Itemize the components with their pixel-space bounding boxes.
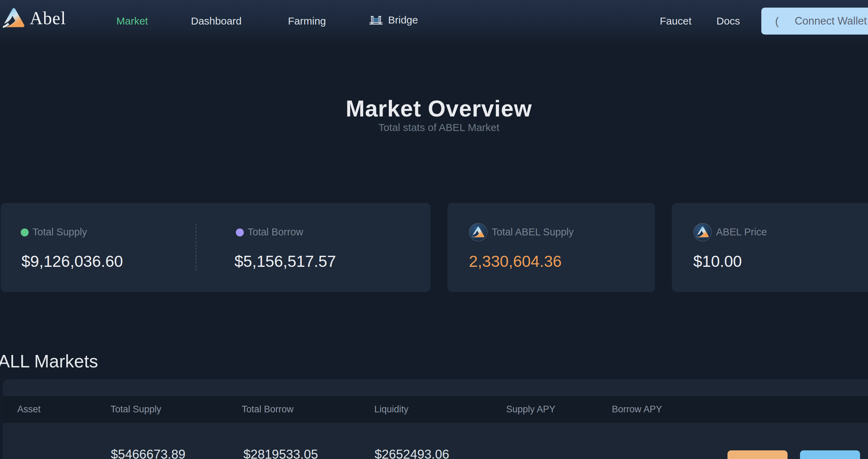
brand-name: Abel (30, 8, 66, 28)
row-total-borrow-value: $2819533.05 (243, 447, 318, 459)
nav-docs[interactable]: Docs (716, 15, 740, 27)
column-header-liquidity: Liquidity (374, 404, 408, 415)
row-action-blue-button[interactable] (800, 450, 860, 459)
page-title: Market Overview (5, 95, 868, 122)
nav-bridge[interactable]: Bridge (369, 14, 418, 26)
card-divider (196, 224, 196, 271)
total-supply-value: $9,126,036.60 (21, 252, 123, 271)
column-header-borrow-apy: Borrow APY (612, 404, 662, 415)
table-header-row: Asset Total Supply Total Borrow Liquidit… (3, 396, 868, 423)
supply-borrow-card: Total Supply $9,126,036.60 Total Borrow … (1, 203, 431, 292)
abel-logo-icon (3, 7, 25, 29)
abel-market-page: Abel Market Dashboard Farming Bridge Fau… (0, 0, 868, 459)
total-borrow-label: Total Borrow (248, 226, 303, 238)
abel-price-label: ABEL Price (716, 226, 767, 238)
nav-dashboard[interactable]: Dashboard (191, 15, 242, 27)
navbar: Abel Market Dashboard Farming Bridge Fau… (0, 0, 868, 45)
green-dot-icon (21, 228, 29, 236)
abel-coin-icon (693, 223, 712, 242)
column-header-total-supply: Total Supply (110, 404, 161, 415)
column-header-total-borrow: Total Borrow (242, 404, 293, 415)
row-total-supply-value: $5466673.89 (111, 447, 185, 459)
wallet-loader-icon: ( (775, 15, 779, 28)
abel-price-value: $10.00 (693, 252, 742, 271)
nav-market[interactable]: Market (116, 15, 148, 27)
bridge-icon (369, 14, 383, 26)
column-header-asset: Asset (17, 404, 41, 415)
all-markets-heading: ALL Markets (0, 351, 98, 372)
purple-dot-icon (236, 228, 244, 236)
total-borrow-value: $5,156,517.57 (234, 252, 336, 271)
connect-wallet-label: Connect Wallet (795, 15, 867, 27)
row-liquidity-value: $2652493.06 (375, 447, 449, 459)
row-action-orange-button[interactable] (727, 450, 788, 459)
total-abel-supply-card: Total ABEL Supply 2,330,604.36 (447, 203, 655, 292)
total-abel-supply-label: Total ABEL Supply (492, 226, 574, 238)
column-header-supply-apy: Supply APY (506, 404, 556, 415)
abel-price-card: ABEL Price $10.00 (672, 203, 868, 292)
nav-bridge-label: Bridge (388, 14, 418, 26)
nav-farming[interactable]: Farming (288, 15, 326, 27)
brand-logo[interactable]: Abel (3, 7, 66, 29)
total-supply-label: Total Supply (32, 226, 87, 238)
connect-wallet-button[interactable]: ( Connect Wallet (761, 8, 868, 35)
markets-table: Asset Total Supply Total Borrow Liquidit… (3, 379, 868, 459)
nav-faucet[interactable]: Faucet (660, 15, 692, 27)
total-abel-supply-value: 2,330,604.36 (469, 252, 562, 271)
page-subtitle: Total stats of ABEL Market (5, 122, 868, 133)
abel-coin-icon (469, 223, 488, 242)
